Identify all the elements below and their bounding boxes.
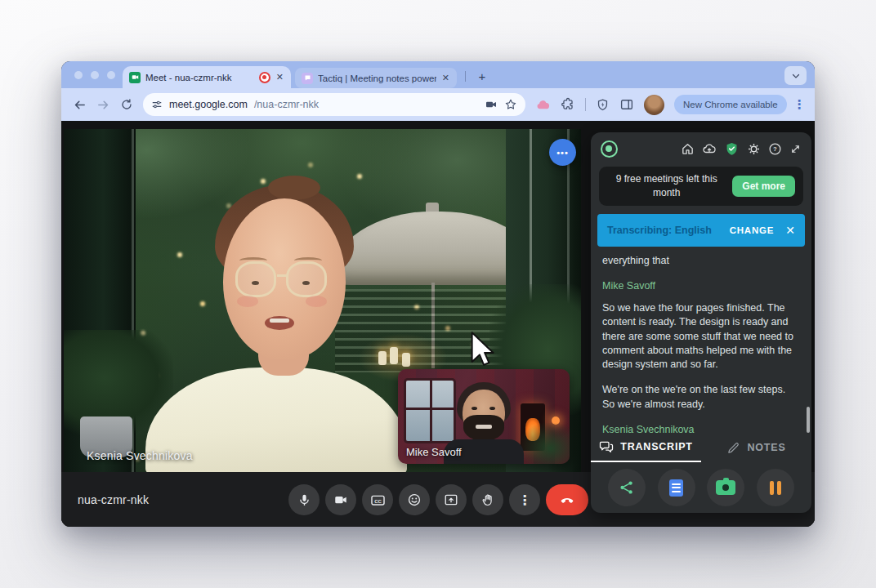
browser-toolbar: meet.google.com/nua-czmr-nkk New Chrome …: [61, 88, 815, 121]
cloud-upload-icon[interactable]: [702, 141, 717, 156]
tactiq-favicon-icon: [302, 73, 313, 84]
meet-favicon-icon: [129, 72, 141, 83]
svg-text:?: ?: [773, 145, 777, 153]
side-panel-icon[interactable]: [619, 97, 634, 112]
profile-avatar[interactable]: [644, 95, 664, 115]
candle: [390, 347, 398, 364]
panel-tabs: TRANSCRIPT NOTES: [591, 433, 811, 462]
pause-transcript-button[interactable]: [757, 469, 794, 506]
chrome-update-button[interactable]: New Chrome available: [674, 95, 787, 114]
speaker-name: Mike Savoff: [602, 279, 800, 293]
bookmark-star-icon[interactable]: [504, 98, 517, 111]
pencil-icon: [726, 441, 740, 455]
chat-dots-icon: •••: [556, 148, 569, 158]
tab-divider: [465, 71, 466, 82]
glasses: [235, 261, 276, 297]
tab-capture-icon[interactable]: [485, 98, 498, 111]
export-docs-button[interactable]: [658, 469, 695, 506]
transcript-entry: So we have the four pages finished. The …: [602, 301, 800, 372]
quota-text: 9 free meetings left this month: [607, 172, 726, 200]
google-docs-icon: [669, 479, 683, 497]
extension-cloud-icon[interactable]: [535, 97, 551, 113]
transcript-entry: We're on the we're on the last few steps…: [602, 383, 800, 412]
extension-shield-icon[interactable]: [596, 98, 610, 112]
tab-meet[interactable]: Meet - nua-czmr-nkk ✕: [123, 66, 291, 88]
forward-button[interactable]: [96, 98, 110, 112]
tactiq-header: ?: [591, 132, 811, 165]
chat-bubble-icon: [599, 439, 614, 454]
tab-notes[interactable]: NOTES: [701, 433, 811, 462]
reactions-button[interactable]: [399, 484, 430, 515]
recording-indicator-icon: [259, 72, 270, 83]
more-options-button[interactable]: ⋮: [509, 484, 540, 515]
meeting-code: nua-czmr-nkk: [78, 493, 149, 506]
transcribing-label: Transcribing: English: [607, 225, 712, 236]
back-button[interactable]: [73, 98, 87, 112]
end-call-button[interactable]: [546, 484, 588, 515]
tab-transcript[interactable]: TRANSCRIPT: [591, 433, 701, 462]
panel-actions: [591, 462, 811, 513]
raise-hand-button[interactable]: [472, 484, 503, 515]
svg-text:CC: CC: [374, 498, 382, 503]
change-language-button[interactable]: CHANGE: [730, 225, 775, 235]
reload-button[interactable]: [120, 98, 133, 111]
tab-meet-close-icon[interactable]: ✕: [275, 72, 284, 82]
panel-scrollbar[interactable]: [807, 407, 810, 433]
quota-banner: 9 free meetings left this month Get more: [599, 167, 803, 206]
browser-window: Meet - nua-czmr-nkk ✕ Tactiq | Meeting n…: [61, 61, 815, 527]
tab-strip: Meet - nua-czmr-nkk ✕ Tactiq | Meeting n…: [61, 61, 815, 88]
speaker-name: Ksenia Svechnikova: [602, 423, 800, 433]
site-settings-icon[interactable]: [151, 99, 163, 110]
microphone-button[interactable]: [288, 484, 320, 515]
tab-search-button[interactable]: [784, 66, 807, 85]
pip-name-label: Mike Savoff: [406, 446, 462, 458]
extensions-puzzle-icon[interactable]: [561, 97, 575, 112]
pip-video-tile[interactable]: Mike Savoff: [398, 369, 570, 464]
tab-meet-title: Meet - nua-czmr-nkk: [145, 73, 254, 82]
banner-close-icon[interactable]: ✕: [785, 224, 795, 237]
url-host: meet.google.com: [169, 99, 248, 110]
camera-capture-icon: [716, 480, 735, 495]
floating-chat-bubble[interactable]: •••: [549, 139, 576, 166]
pause-icon: [770, 481, 781, 495]
url-path: /nua-czmr-nkk: [254, 99, 319, 110]
candle: [378, 351, 387, 365]
new-tab-button[interactable]: +: [473, 67, 491, 85]
mouse-cursor: [470, 332, 494, 366]
transcript-list[interactable]: everything that Mike Savoff So we have t…: [591, 247, 811, 433]
camera-button[interactable]: [325, 484, 356, 515]
toolbar-divider: [585, 98, 586, 111]
share-button[interactable]: [608, 469, 646, 506]
transcript-entry: everything that: [602, 254, 800, 268]
shield-check-icon[interactable]: [724, 141, 740, 157]
get-more-button[interactable]: Get more: [732, 176, 795, 197]
resize-icon[interactable]: [789, 143, 802, 155]
tab-tactiq[interactable]: Tactiq | Meeting notes power ✕: [295, 68, 457, 88]
present-button[interactable]: [436, 484, 467, 515]
meet-page: Mike Savoff Ksenia Svechnikova ••• nua-c…: [61, 121, 815, 527]
tactiq-logo-icon: [601, 140, 618, 158]
transcribing-banner: Transcribing: English CHANGE ✕: [597, 214, 805, 247]
help-icon[interactable]: ?: [768, 142, 782, 156]
screenshot-button[interactable]: [707, 469, 744, 506]
main-name-label: Ksenia Svechnikova: [87, 449, 193, 462]
home-icon[interactable]: [681, 142, 695, 156]
settings-gear-icon[interactable]: [747, 142, 761, 156]
browser-menu-icon[interactable]: ⋮: [793, 97, 806, 112]
candle: [402, 353, 410, 367]
pip-window: [406, 381, 454, 441]
address-bar[interactable]: meet.google.com/nua-czmr-nkk: [143, 93, 525, 116]
main-video-tile: Mike Savoff Ksenia Svechnikova: [64, 129, 581, 472]
captions-button[interactable]: CC: [362, 484, 393, 515]
tab-tactiq-close-icon[interactable]: ✕: [441, 73, 450, 83]
tab-tactiq-title: Tactiq | Meeting notes power: [318, 74, 436, 83]
window-controls[interactable]: [74, 71, 115, 79]
tactiq-panel: ? 9 free meetings left this month Get mo…: [591, 132, 811, 513]
